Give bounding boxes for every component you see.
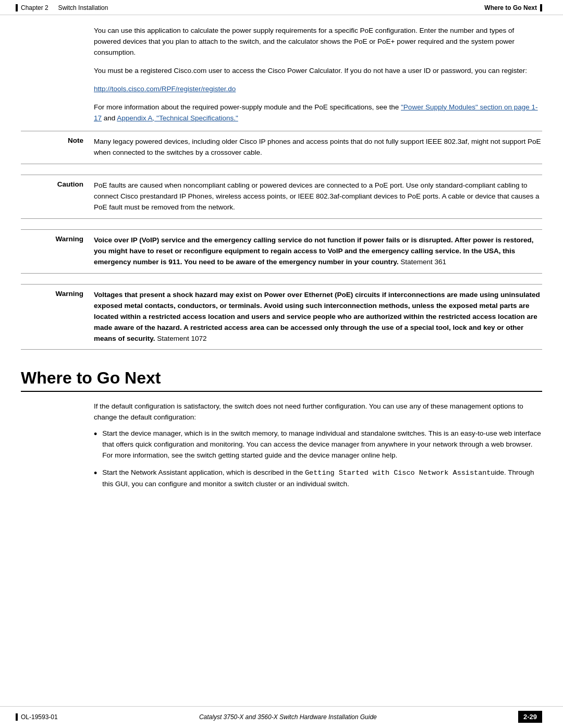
warning2-normal-text: Statement 1072 (155, 335, 207, 342)
bullet-text-1: Start the device manager, which is in th… (102, 428, 542, 461)
header-right-bar (540, 4, 542, 11)
bullet2-prefix: Start the Network Assistant application,… (102, 468, 305, 476)
warning1-text: Voice over IP (VoIP) service and the eme… (94, 235, 542, 268)
bullet-section: If the default configuration is satisfac… (94, 401, 542, 489)
section-label: Switch Installation (58, 4, 108, 11)
note-text: Many legacy powered devices, including o… (94, 137, 542, 158)
para3-and: and (102, 114, 117, 122)
page-footer: OL-19593-01 Catalyst 3750-X and 3560-X S… (0, 706, 563, 728)
para-poe-calculator: You can use this application to calculat… (94, 26, 542, 58)
chapter-label: Chapter 2 (21, 4, 48, 11)
register-link[interactable]: http://tools.cisco.com/RPF/register/regi… (94, 85, 236, 93)
main-content: You can use this application to calculat… (0, 15, 563, 528)
caution-block: Caution PoE faults are caused when nonco… (21, 175, 542, 219)
note-block: Note Many legacy powered devices, includ… (21, 131, 542, 164)
header-right-label: Where to Go Next (484, 4, 537, 11)
note-label: Note (21, 137, 94, 158)
footer-left: OL-19593-01 (16, 713, 58, 721)
para2-text: You must be a registered Cisco.com user … (94, 67, 527, 75)
page-header: Chapter 2 Switch Installation Where to G… (0, 0, 563, 15)
list-item: • Start the device manager, which is in … (94, 428, 542, 461)
warning2-block: Warning Voltages that present a shock ha… (21, 284, 542, 350)
para1-text: You can use this application to calculat… (94, 27, 515, 56)
caution-label: Caution (21, 180, 94, 213)
bullet-dot-2: • (94, 467, 97, 479)
header-left: Chapter 2 Switch Installation (16, 4, 108, 11)
para-register: You must be a registered Cisco.com user … (94, 66, 542, 77)
header-right: Where to Go Next (484, 4, 542, 11)
warning1-bold-text: Voice over IP (VoIP) service and the eme… (94, 236, 533, 266)
bullet2-mono: Getting Started with Cisco Network Assis… (305, 469, 491, 477)
page-number: 2-29 (518, 711, 542, 723)
bullet-text-2: Start the Network Assistant application,… (102, 467, 542, 490)
para-more-info: For more information about the required … (94, 102, 542, 124)
section-intro: If the default configuration is satisfac… (94, 401, 542, 423)
header-left-bar (16, 4, 18, 11)
caution-text: PoE faults are caused when noncompliant … (94, 180, 542, 213)
warning1-normal-text: Statement 361 (398, 258, 446, 266)
footer-center: Catalyst 3750-X and 3560-X Switch Hardwa… (199, 713, 377, 721)
register-link-block: http://tools.cisco.com/RPF/register/regi… (94, 84, 542, 95)
footer-bar (16, 713, 18, 721)
warning2-label: Warning (21, 290, 94, 344)
warning1-block: Warning Voice over IP (VoIP) service and… (21, 229, 542, 274)
doc-number: OL-19593-01 (21, 713, 58, 721)
warning1-label: Warning (21, 235, 94, 268)
bullet-dot-1: • (94, 428, 97, 440)
appendix-link[interactable]: Appendix A, "Technical Specifications." (117, 114, 238, 122)
para3-prefix: For more information about the required … (94, 103, 401, 111)
section-heading: Where to Go Next (21, 368, 542, 392)
warning2-text: Voltages that present a shock hazard may… (94, 290, 542, 344)
bullet-list: • Start the device manager, which is in … (94, 428, 542, 490)
list-item: • Start the Network Assistant applicatio… (94, 467, 542, 490)
